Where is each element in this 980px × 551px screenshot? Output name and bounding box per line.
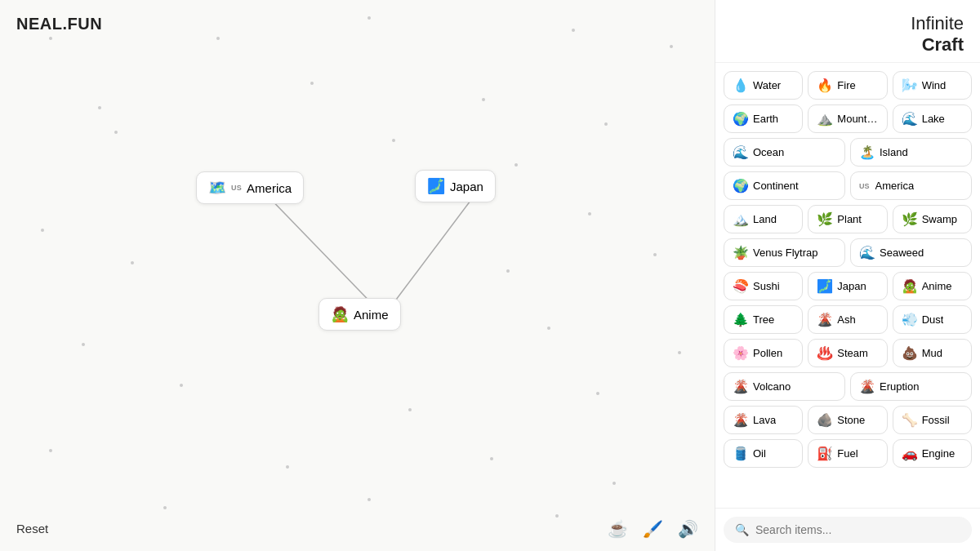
sidebar-item-venus-flytrap[interactable]: 🪴Venus Flytrap [724,238,845,267]
background-dot [368,498,371,501]
item-emoji: ⛰️ [817,111,833,127]
search-bar: 🔍 [715,508,980,551]
background-dot [49,449,52,452]
background-dot [216,37,220,40]
coffee-icon[interactable]: ☕ [608,519,628,539]
sidebar-item-plant[interactable]: 🌿Plant [808,205,887,233]
item-label: Fuel [837,447,858,460]
canvas-element-anime[interactable]: 🧟Anime [318,298,401,331]
sidebar-item-anime-side[interactable]: 🧟Anime [893,272,972,300]
sidebar-item-mountain[interactable]: ⛰️Mountain [808,104,887,133]
sidebar-item-water[interactable]: 💧Water [724,71,803,100]
item-label: Oil [753,447,766,460]
sidebar-item-fossil[interactable]: 🦴Fossil [893,406,972,434]
sidebar-item-ocean[interactable]: 🌊Ocean [724,138,845,167]
element-label: Anime [354,308,389,322]
sidebar-item-fire[interactable]: 🔥Fire [808,71,887,100]
item-emoji: 🍣 [733,278,749,294]
background-dot [572,29,575,32]
background-dot [392,139,395,142]
sidebar-item-sushi[interactable]: 🍣Sushi [724,272,803,300]
sidebar-item-continent[interactable]: 🌍Continent [724,171,845,200]
item-emoji: ⛽ [817,446,833,461]
background-dot [114,131,118,134]
background-dot [653,253,657,256]
sidebar-row-4: 🏔️Land🌿Plant🌿Swamp [724,205,972,233]
sidebar-item-pollen[interactable]: 🌸Pollen [724,339,803,367]
sidebar-item-swamp[interactable]: 🌿Swamp [893,205,972,233]
sidebar-item-ash[interactable]: 🌋Ash [808,305,887,334]
background-dot [286,465,289,469]
item-label: Eruption [880,380,919,393]
sidebar-item-dust[interactable]: 💨Dust [893,305,972,334]
sidebar-row-9: 🌋Volcano🌋Eruption [724,372,972,401]
background-dot [408,408,412,411]
sidebar-item-eruption[interactable]: 🌋Eruption [850,372,972,401]
item-emoji: 🌋 [733,379,749,394]
sidebar-item-wind[interactable]: 🌬️Wind [893,71,972,100]
sidebar-row-8: 🌸Pollen♨️Steam💩Mud [724,339,972,367]
item-label: Venus Flytrap [753,247,818,259]
background-dot [82,343,85,346]
element-emoji: 🧟 [331,305,349,323]
reset-button[interactable]: Reset [16,517,48,540]
bottom-icons: ☕ 🖌️ 🔊 [608,519,698,539]
site-logo[interactable]: NEAL.FUN [16,15,102,33]
background-dot [514,163,518,167]
item-label: Fire [837,79,855,91]
item-label: Wind [922,79,947,91]
background-dot [612,482,616,485]
sidebar-row-2: 🌊Ocean🏝️Island [724,138,972,167]
craft-canvas[interactable]: 🗺️USAmerica🗾Japan🧟Anime Reset ☕ 🖌️ 🔊 [0,0,715,551]
sidebar-item-japan-side[interactable]: 🗾Japan [808,272,887,300]
item-emoji: 🪨 [817,412,833,428]
search-input[interactable] [755,523,960,536]
app-title: Infinite Craft [911,13,964,56]
sidebar-item-oil[interactable]: 🛢️Oil [724,439,803,468]
sidebar-item-mud[interactable]: 💩Mud [893,339,972,367]
item-emoji: 🌸 [733,345,749,361]
sidebar-item-tree[interactable]: 🌲Tree [724,305,803,334]
item-emoji: 🧟 [902,278,918,294]
bottom-toolbar: Reset ☕ 🖌️ 🔊 [0,506,715,551]
sidebar-item-earth[interactable]: 🌍Earth [724,104,803,133]
sidebar-row-11: 🛢️Oil⛽Fuel🚗Engine [724,439,972,468]
sidebar-item-volcano[interactable]: 🌋Volcano [724,372,845,401]
item-emoji: 🦴 [902,412,918,428]
item-label: Stone [837,414,865,426]
item-label: Seaweed [880,247,924,259]
sidebar-row-7: 🌲Tree🌋Ash💨Dust [724,305,972,334]
sidebar-item-engine[interactable]: 🚗Engine [893,439,972,468]
app-title-infinite: Infinite Craft [911,13,964,56]
sidebar-item-seaweed[interactable]: 🌊Seaweed [850,238,972,267]
background-dot [596,392,599,395]
canvas-element-us-america[interactable]: 🗺️USAmerica [196,171,304,204]
background-dot [547,327,550,330]
item-label: America [875,180,915,192]
background-dot [482,98,485,101]
sidebar-item-stone[interactable]: 🪨Stone [808,406,887,434]
sidebar-item-steam[interactable]: ♨️Steam [808,339,887,367]
background-dot [506,269,510,273]
item-label: Lava [753,414,776,426]
sidebar-item-us-america-side[interactable]: USAmerica [850,171,972,200]
item-emoji: 💨 [902,312,918,327]
sidebar-item-land[interactable]: 🏔️Land [724,205,803,233]
background-dot [670,45,673,48]
item-label: Japan [837,280,866,292]
element-label: Japan [450,180,483,193]
item-emoji: ♨️ [817,345,833,361]
background-dot [131,261,134,264]
item-emoji: 🌿 [902,211,918,227]
brush-icon[interactable]: 🖌️ [643,519,663,539]
background-dot [41,229,44,232]
sidebar-item-lake[interactable]: 🌊Lake [893,104,972,133]
item-emoji: 🌍 [733,111,749,127]
item-emoji: 🏝️ [859,144,875,160]
background-dot [310,82,314,85]
sidebar-item-island[interactable]: 🏝️Island [850,138,972,167]
sound-icon[interactable]: 🔊 [678,519,698,539]
sidebar-item-fuel[interactable]: ⛽Fuel [808,439,887,468]
canvas-element-japan[interactable]: 🗾Japan [415,170,496,202]
sidebar-item-lava[interactable]: 🌋Lava [724,406,803,434]
